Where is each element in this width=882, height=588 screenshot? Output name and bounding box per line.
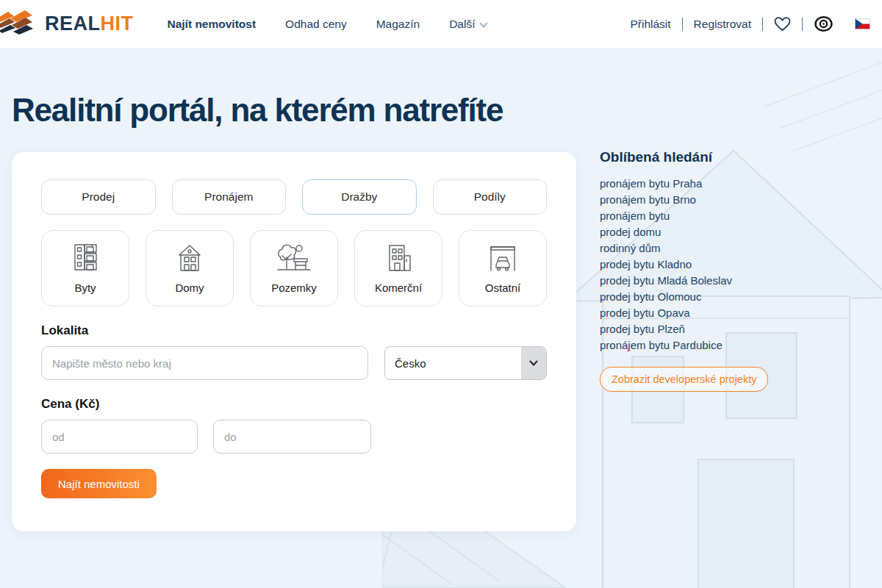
park-land-icon — [276, 243, 312, 275]
popular-link[interactable]: rodinný dům — [600, 240, 882, 257]
top-navigation-bar: REALHIT Najít nemovitost Odhad ceny Maga… — [0, 0, 882, 48]
type-card-komercni[interactable]: Komerční — [354, 230, 442, 306]
main-nav: Najít nemovitost Odhad ceny Magazín Dalš… — [168, 18, 489, 31]
favorites-heart-icon[interactable] — [774, 17, 791, 32]
nav-item-price-estimate[interactable]: Odhad ceny — [285, 18, 347, 31]
tab-drazby[interactable]: Dražby — [302, 179, 417, 215]
apartment-building-icon — [69, 243, 101, 275]
family-house-icon — [173, 243, 206, 275]
country-select[interactable]: Česko — [384, 346, 547, 380]
property-type-row: Byty Domy — [41, 230, 547, 306]
register-link[interactable]: Registrovat — [694, 18, 751, 31]
realhit-logo-icon — [0, 10, 38, 39]
price-to-input[interactable] — [213, 420, 371, 453]
popular-link[interactable]: pronájem bytu Praha — [600, 176, 882, 192]
search-submit-button[interactable]: Najít nemovitosti — [41, 469, 157, 498]
type-label: Ostatní — [485, 282, 520, 294]
nav-item-find-property[interactable]: Najít nemovitost — [168, 18, 257, 31]
tab-podily[interactable]: Podíly — [433, 179, 548, 215]
divider — [802, 18, 803, 31]
realhit-logo[interactable]: REALHIT — [0, 10, 134, 39]
type-label: Domy — [175, 282, 204, 294]
type-card-pozemky[interactable]: Pozemky — [250, 230, 338, 306]
popular-searches-title: Oblíbená hledání — [600, 149, 882, 165]
property-search-card: Prodej Pronájem Dražby Podíly — [12, 152, 576, 531]
popular-link[interactable]: prodej bytu Olomouc — [600, 289, 882, 305]
nav-item-magazine[interactable]: Magazín — [376, 18, 420, 31]
chevron-down-icon — [479, 18, 488, 31]
topbar-right-actions: Přihlásit Registrovat — [630, 15, 882, 32]
divider — [682, 18, 683, 31]
country-select-value: Česko — [395, 357, 426, 370]
page-title: Realitní portál, na kterém natrefíte — [0, 48, 882, 129]
price-from-input[interactable] — [41, 420, 198, 453]
popular-link[interactable]: prodej bytu Kladno — [600, 257, 882, 273]
popular-link[interactable]: prodej bytu Mladá Boleslav — [600, 273, 882, 289]
popular-link[interactable]: prodej bytu Opava — [600, 305, 882, 321]
watched-eye-icon[interactable] — [814, 15, 833, 32]
nav-item-more[interactable]: Další — [449, 18, 488, 31]
popular-link[interactable]: pronájem bytu — [600, 208, 882, 224]
czech-flag-language-icon[interactable] — [855, 18, 870, 29]
tab-pronajem[interactable]: Pronájem — [172, 179, 287, 215]
realhit-wordmark: REALHIT — [45, 12, 134, 35]
popular-searches-sidebar: Oblíbená hledání pronájem bytu Praha pro… — [600, 149, 882, 392]
type-card-domy[interactable]: Domy — [146, 230, 234, 306]
type-label: Pozemky — [271, 282, 317, 294]
developer-projects-button[interactable]: Zobrazit developerské projekty — [600, 367, 768, 392]
select-chevron-icon — [521, 347, 546, 379]
type-label: Komerční — [375, 282, 422, 294]
office-building-icon — [382, 243, 415, 275]
popular-link[interactable]: pronájem bytu Pardubice — [600, 337, 882, 354]
type-card-ostatni[interactable]: Ostatní — [459, 230, 547, 306]
login-link[interactable]: Přihlásit — [630, 18, 670, 31]
popular-link[interactable]: prodej domu — [600, 224, 882, 240]
tab-prodej[interactable]: Prodej — [41, 179, 156, 215]
type-card-byty[interactable]: Byty — [41, 230, 129, 306]
hero-section: Realitní portál, na kterém natrefíte Pro… — [0, 48, 882, 588]
type-label: Byty — [74, 282, 96, 294]
deal-type-tabs: Prodej Pronájem Dražby Podíly — [41, 179, 547, 215]
location-label: Lokalita — [41, 323, 547, 338]
garage-car-icon — [487, 243, 519, 275]
location-input[interactable] — [41, 346, 368, 380]
popular-link[interactable]: pronájem bytu Brno — [600, 192, 882, 208]
price-label: Cena (Kč) — [41, 397, 547, 412]
popular-link[interactable]: prodej bytu Plzeň — [600, 321, 882, 337]
divider — [762, 18, 763, 31]
